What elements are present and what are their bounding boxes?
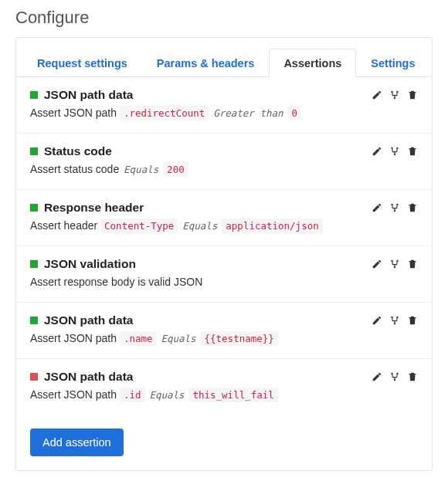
assertion-prefix: Assert JSON path	[30, 107, 120, 119]
tab-settings[interactable]: Settings	[356, 49, 429, 77]
delete-icon[interactable]	[407, 371, 418, 382]
assertion-prefix: Assert status code	[30, 163, 122, 175]
edit-icon[interactable]	[372, 90, 382, 100]
delete-icon[interactable]	[407, 259, 418, 269]
edit-icon[interactable]	[372, 146, 382, 157]
assertion-comparison: Equals	[122, 164, 160, 175]
delete-icon[interactable]	[407, 202, 418, 213]
add-assertion-button[interactable]: Add assertion	[30, 428, 124, 456]
fork-icon[interactable]	[389, 146, 400, 157]
assertion-target: 200	[163, 162, 188, 177]
fork-icon[interactable]	[389, 90, 400, 100]
assertion-actions	[372, 202, 418, 213]
assertion-title: JSON path data	[44, 313, 133, 327]
status-indicator	[30, 260, 38, 268]
page-title: Configure	[15, 8, 433, 28]
assertion-description: Assert status code Equals 200	[30, 163, 418, 175]
delete-icon[interactable]	[407, 315, 418, 326]
assertion-item: JSON path dataAssert JSON path .redirect…	[16, 77, 432, 134]
assertion-description: Assert header Content-Type Equals applic…	[30, 219, 418, 232]
assertion-target: {{testname}}	[201, 331, 278, 346]
assertion-list: JSON path dataAssert JSON path .redirect…	[16, 77, 432, 415]
delete-icon[interactable]	[407, 146, 418, 157]
configure-panel: Request settings Params & headers Assert…	[15, 37, 433, 471]
assertion-target: 0	[287, 106, 301, 120]
assertion-prefix: Assert JSON path	[30, 388, 120, 401]
assertion-actions	[372, 315, 418, 326]
edit-icon[interactable]	[372, 259, 382, 269]
assertion-actions	[372, 146, 418, 157]
assertion-description: Assert JSON path .name Equals {{testname…	[30, 332, 418, 344]
edit-icon[interactable]	[372, 315, 382, 326]
assertion-title: Status code	[44, 144, 112, 158]
fork-icon[interactable]	[389, 202, 400, 213]
assertion-path: .name	[120, 331, 157, 346]
assertion-comparison: Equals	[181, 220, 219, 232]
assertion-item: Response headerAssert header Content-Typ…	[16, 190, 432, 246]
assertion-comparison: Equals	[159, 333, 197, 344]
assertion-prefix: Assert header	[30, 219, 100, 232]
status-indicator	[30, 317, 38, 324]
assertion-comparison: Equals	[148, 389, 185, 401]
assertion-title: Response header	[44, 201, 144, 215]
delete-icon[interactable]	[407, 90, 418, 100]
tab-bar: Request settings Params & headers Assert…	[16, 38, 432, 77]
assertion-item: JSON path dataAssert JSON path .name Equ…	[16, 303, 432, 359]
edit-icon[interactable]	[372, 371, 382, 382]
assertion-path: Content-Type	[100, 218, 178, 233]
assertion-item: Status codeAssert status code Equals 200	[16, 134, 432, 190]
assertion-path: .id	[120, 388, 145, 402]
assertion-description: Assert JSON path .redirectCount Greater …	[30, 107, 418, 119]
assertion-target: application/json	[222, 218, 322, 233]
assertion-comparison: Greater than	[212, 107, 284, 119]
tab-params-headers[interactable]: Params & headers	[142, 49, 270, 77]
assertion-path: .redirectCount	[120, 106, 209, 120]
assertion-actions	[372, 371, 418, 382]
assertion-actions	[372, 259, 418, 269]
assertion-title: JSON path data	[44, 370, 133, 384]
assertion-prefix: Assert response body is valid JSON	[30, 276, 202, 288]
assertion-description: Assert JSON path .id Equals this_will_fa…	[30, 388, 418, 401]
edit-icon[interactable]	[372, 202, 382, 213]
assertion-title: JSON validation	[44, 257, 136, 271]
fork-icon[interactable]	[389, 315, 400, 326]
assertion-description: Assert response body is valid JSON	[30, 276, 418, 288]
assertion-target: this_will_fail	[188, 388, 277, 402]
status-indicator	[30, 204, 38, 212]
assertion-actions	[372, 90, 418, 100]
fork-icon[interactable]	[389, 259, 400, 269]
assertion-prefix: Assert JSON path	[30, 332, 120, 344]
fork-icon[interactable]	[389, 371, 400, 382]
assertion-item: JSON validationAssert response body is v…	[16, 246, 432, 303]
assertion-title: JSON path data	[44, 88, 133, 102]
assertion-item: JSON path dataAssert JSON path .id Equal…	[16, 359, 432, 415]
status-indicator	[30, 147, 38, 155]
add-assertion-row: Add assertion	[16, 415, 432, 470]
tab-assertions[interactable]: Assertions	[269, 49, 356, 77]
tab-request-settings[interactable]: Request settings	[22, 49, 142, 77]
status-indicator	[30, 91, 38, 99]
status-indicator	[30, 373, 38, 381]
